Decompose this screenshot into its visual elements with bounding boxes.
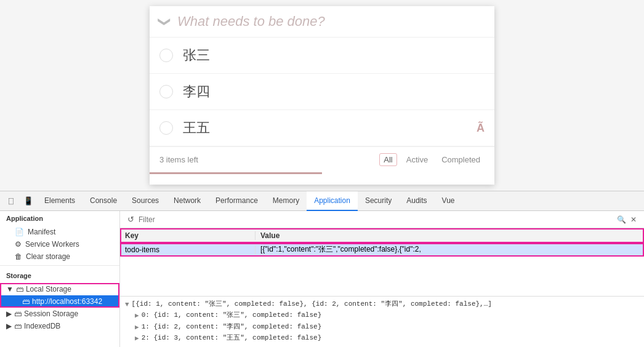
sidebar-localhost[interactable]: 🗃 http://localhost:63342	[0, 295, 119, 308]
localhost-label: http://localhost:63342	[32, 297, 102, 306]
sidebar-clear-storage[interactable]: 🗑 Clear storage	[0, 250, 119, 263]
console-text-2: 1: {id: 2, content: "李四", completed: fal…	[142, 322, 639, 333]
header-actions: 🔍 ✕	[616, 214, 639, 225]
clear-storage-label: Clear storage	[26, 252, 70, 261]
sidebar-divider	[0, 265, 119, 266]
console-text-0: [{id: 1, content: "张三", completed: false…	[132, 299, 639, 310]
value-column-header: Value	[256, 231, 644, 240]
todo-item-3: 王五 Ã	[150, 110, 494, 146]
clear-storage-icon: 🗑	[15, 252, 22, 261]
storage-section-header: Storage	[0, 268, 119, 283]
manifest-icon: 📄	[15, 228, 24, 236]
sidebar-indexeddb[interactable]: ▶ 🗃 IndexedDB	[0, 320, 119, 332]
local-storage-icon: 🗃	[16, 285, 23, 293]
todo-text-3: 王五	[183, 119, 210, 137]
todo-input-row: ❯ What needs to be done?	[150, 6, 494, 38]
triangle-icon-3[interactable]: ▶	[135, 333, 139, 345]
filter-active[interactable]: Active	[402, 153, 432, 166]
close-icon[interactable]: ✕	[628, 214, 639, 225]
devtools-panel: ⎕ 📱 Elements Console Sources Network Per…	[0, 191, 644, 347]
filter-buttons: All Active Completed	[379, 153, 485, 166]
console-line-3: ▶ 2: {id: 3, content: "王五", completed: f…	[125, 333, 639, 345]
key-cell: todo-items	[120, 245, 256, 254]
console-line-2: ▶ 1: {id: 2, content: "李四", completed: f…	[125, 322, 639, 333]
filter-bar: ↺ 🔍 ✕	[120, 211, 644, 228]
tab-memory[interactable]: Memory	[265, 191, 307, 211]
devtools-body: Application 📄 Manifest ⚙ Service Workers…	[0, 211, 644, 347]
session-expand-icon: ▶	[6, 309, 12, 318]
expand-icon: ▼	[6, 285, 14, 293]
sidebar-manifest[interactable]: 📄 Manifest	[0, 226, 119, 238]
inspect-icon[interactable]: ⎕	[2, 193, 20, 210]
todo-checkbox-3[interactable]	[159, 121, 173, 135]
triangle-icon-2[interactable]: ▶	[135, 322, 139, 333]
console-line-1: ▶ 0: {id: 1, content: "张三", completed: f…	[125, 310, 639, 322]
storage-table: Key Value todo-items [{"id":1,"content":…	[120, 228, 644, 296]
indexeddb-label: IndexedDB	[24, 322, 60, 330]
triangle-icon-1[interactable]: ▶	[135, 311, 139, 322]
app-area: ❯ What needs to be done? 张三 李四 王五 Ã 3 it…	[0, 0, 644, 191]
tab-performance[interactable]: Performance	[208, 191, 265, 211]
refresh-button[interactable]: ↺	[125, 214, 136, 225]
filter-input[interactable]	[139, 215, 613, 224]
value-cell: [{"id":1,"content":"张三","completed":fals…	[256, 244, 644, 255]
tab-audits[interactable]: Audits	[399, 191, 434, 211]
todo-text-2: 李四	[183, 82, 210, 101]
sidebar-local-storage[interactable]: ▼ 🗃 Local Storage	[0, 283, 119, 295]
manifest-label: Manifest	[28, 228, 55, 236]
tab-application[interactable]: Application	[307, 191, 358, 211]
session-storage-label: Session Storage	[24, 309, 78, 318]
tab-console[interactable]: Console	[83, 191, 124, 211]
delete-icon[interactable]: Ã	[477, 122, 485, 135]
key-column-header: Key	[120, 231, 256, 240]
service-workers-icon: ⚙	[15, 240, 22, 249]
indexeddb-expand-icon: ▶	[6, 322, 12, 330]
indexeddb-icon: 🗃	[14, 322, 22, 330]
filter-completed[interactable]: Completed	[437, 153, 485, 166]
session-storage-icon: 🗃	[14, 309, 22, 318]
application-section-header: Application	[0, 211, 119, 226]
device-icon[interactable]: 📱	[20, 193, 37, 210]
todo-checkbox-2[interactable]	[159, 85, 173, 98]
filter-all[interactable]: All	[379, 153, 396, 166]
todo-app: ❯ What needs to be done? 张三 李四 王五 Ã 3 it…	[150, 6, 494, 185]
tab-sources[interactable]: Sources	[124, 191, 166, 211]
devtools-sidebar: Application 📄 Manifest ⚙ Service Workers…	[0, 211, 120, 347]
items-count: 3 items left	[159, 155, 379, 164]
sidebar-service-workers[interactable]: ⚙ Service Workers	[0, 238, 119, 250]
sidebar-session-storage[interactable]: ▶ 🗃 Session Storage	[0, 308, 119, 320]
table-header: Key Value	[120, 228, 644, 243]
todo-item-2: 李四	[150, 74, 494, 110]
tab-security[interactable]: Security	[358, 191, 399, 211]
todo-footer: 3 items left All Active Completed	[150, 146, 494, 172]
console-text-1: 0: {id: 1, content: "张三", completed: fal…	[142, 310, 639, 321]
console-line-0: ▼ [{id: 1, content: "张三", completed: fal…	[125, 299, 639, 311]
console-output: ▼ [{id: 1, content: "张三", completed: fal…	[120, 296, 644, 347]
tab-network[interactable]: Network	[166, 191, 208, 211]
service-workers-label: Service Workers	[25, 240, 79, 249]
search-icon[interactable]: 🔍	[616, 214, 627, 225]
devtools-tabs: ⎕ 📱 Elements Console Sources Network Per…	[0, 191, 644, 211]
tab-vue[interactable]: Vue	[435, 191, 462, 211]
tab-elements[interactable]: Elements	[37, 191, 83, 211]
host-icon: 🗃	[22, 297, 30, 306]
input-placeholder[interactable]: What needs to be done?	[177, 14, 325, 30]
todo-item-1: 张三	[150, 38, 494, 74]
triangle-icon-0[interactable]: ▼	[125, 300, 129, 311]
todo-text-1: 张三	[183, 46, 210, 65]
devtools-main: ↺ 🔍 ✕ Key Value todo-items [{"id":1,"co	[120, 211, 644, 347]
table-row[interactable]: todo-items [{"id":1,"content":"张三","comp…	[120, 243, 644, 257]
chevron-icon: ❯	[158, 17, 172, 27]
todo-checkbox-1[interactable]	[159, 49, 173, 62]
console-text-3: 2: {id: 3, content: "王五", completed: fal…	[142, 333, 639, 344]
local-storage-label: Local Storage	[26, 285, 71, 293]
